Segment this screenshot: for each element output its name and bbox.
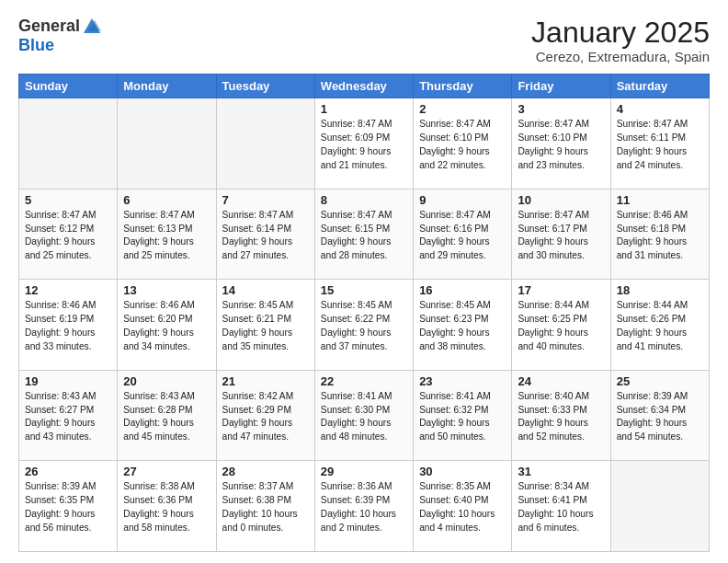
day-info: Sunrise: 8:44 AM Sunset: 6:25 PM Dayligh…	[518, 299, 604, 353]
day-number: 3	[518, 102, 604, 116]
title-block: January 2025 Cerezo, Extremadura, Spain	[531, 17, 710, 64]
day-info: Sunrise: 8:36 AM Sunset: 6:39 PM Dayligh…	[321, 480, 407, 534]
day-number: 25	[617, 374, 703, 388]
logo-general-text: General	[18, 17, 80, 36]
day-info: Sunrise: 8:42 AM Sunset: 6:29 PM Dayligh…	[222, 390, 309, 444]
day-number: 8	[321, 193, 407, 207]
day-info: Sunrise: 8:47 AM Sunset: 6:09 PM Dayligh…	[321, 118, 407, 172]
day-number: 31	[518, 465, 604, 478]
calendar-week-row: 12Sunrise: 8:46 AM Sunset: 6:19 PM Dayli…	[19, 280, 710, 371]
calendar-cell: 29Sunrise: 8:36 AM Sunset: 6:39 PM Dayli…	[314, 461, 413, 552]
calendar-cell: 30Sunrise: 8:35 AM Sunset: 6:40 PM Dayli…	[414, 461, 512, 552]
day-number: 7	[222, 193, 309, 207]
calendar-cell	[118, 98, 216, 190]
day-info: Sunrise: 8:47 AM Sunset: 6:10 PM Dayligh…	[419, 118, 506, 172]
calendar-cell: 17Sunrise: 8:44 AM Sunset: 6:25 PM Dayli…	[512, 280, 610, 371]
day-number: 22	[321, 374, 407, 388]
calendar-cell: 11Sunrise: 8:46 AM Sunset: 6:18 PM Dayli…	[610, 189, 709, 280]
day-info: Sunrise: 8:46 AM Sunset: 6:19 PM Dayligh…	[25, 299, 111, 353]
day-number: 21	[222, 374, 309, 388]
day-number: 26	[25, 465, 111, 478]
day-info: Sunrise: 8:47 AM Sunset: 6:10 PM Dayligh…	[518, 118, 604, 172]
calendar-day-header: Friday	[512, 75, 610, 98]
day-number: 11	[617, 193, 703, 207]
day-number: 27	[123, 465, 210, 478]
page: General Blue January 2025 Cerezo, Extrem…	[0, 0, 728, 563]
day-number: 20	[123, 374, 210, 388]
day-number: 1	[321, 102, 407, 116]
day-number: 4	[617, 102, 703, 116]
location: Cerezo, Extremadura, Spain	[531, 49, 710, 64]
calendar-day-header: Wednesday	[314, 75, 413, 98]
calendar-week-row: 1Sunrise: 8:47 AM Sunset: 6:09 PM Daylig…	[19, 98, 710, 190]
calendar-cell: 1Sunrise: 8:47 AM Sunset: 6:09 PM Daylig…	[314, 98, 413, 190]
calendar-cell: 2Sunrise: 8:47 AM Sunset: 6:10 PM Daylig…	[414, 98, 512, 190]
day-number: 18	[617, 283, 703, 297]
calendar-cell: 8Sunrise: 8:47 AM Sunset: 6:15 PM Daylig…	[314, 189, 413, 280]
calendar-cell: 10Sunrise: 8:47 AM Sunset: 6:17 PM Dayli…	[512, 189, 610, 280]
day-number: 15	[321, 283, 407, 297]
logo-icon	[82, 17, 102, 37]
day-info: Sunrise: 8:43 AM Sunset: 6:27 PM Dayligh…	[25, 390, 111, 444]
day-info: Sunrise: 8:38 AM Sunset: 6:36 PM Dayligh…	[123, 480, 210, 534]
calendar-cell: 5Sunrise: 8:47 AM Sunset: 6:12 PM Daylig…	[19, 189, 118, 280]
logo: General Blue	[18, 17, 102, 55]
day-info: Sunrise: 8:47 AM Sunset: 6:13 PM Dayligh…	[123, 209, 210, 263]
day-info: Sunrise: 8:41 AM Sunset: 6:30 PM Dayligh…	[321, 390, 407, 444]
day-info: Sunrise: 8:47 AM Sunset: 6:15 PM Dayligh…	[321, 209, 407, 263]
day-info: Sunrise: 8:40 AM Sunset: 6:33 PM Dayligh…	[518, 390, 604, 444]
calendar-day-header: Saturday	[610, 75, 709, 98]
calendar-cell: 20Sunrise: 8:43 AM Sunset: 6:28 PM Dayli…	[118, 370, 216, 461]
day-number: 28	[222, 465, 309, 478]
calendar-cell: 13Sunrise: 8:46 AM Sunset: 6:20 PM Dayli…	[118, 280, 216, 371]
day-info: Sunrise: 8:35 AM Sunset: 6:40 PM Dayligh…	[419, 480, 506, 534]
day-number: 10	[518, 193, 604, 207]
calendar-cell: 16Sunrise: 8:45 AM Sunset: 6:23 PM Dayli…	[414, 280, 512, 371]
calendar-cell	[610, 461, 709, 552]
calendar-cell: 3Sunrise: 8:47 AM Sunset: 6:10 PM Daylig…	[512, 98, 610, 190]
calendar-cell: 19Sunrise: 8:43 AM Sunset: 6:27 PM Dayli…	[19, 370, 118, 461]
calendar-cell: 15Sunrise: 8:45 AM Sunset: 6:22 PM Dayli…	[314, 280, 413, 371]
day-info: Sunrise: 8:41 AM Sunset: 6:32 PM Dayligh…	[419, 390, 506, 444]
calendar-table: SundayMondayTuesdayWednesdayThursdayFrid…	[18, 74, 710, 552]
day-info: Sunrise: 8:45 AM Sunset: 6:22 PM Dayligh…	[321, 299, 407, 353]
day-info: Sunrise: 8:44 AM Sunset: 6:26 PM Dayligh…	[617, 299, 703, 353]
calendar-cell: 9Sunrise: 8:47 AM Sunset: 6:16 PM Daylig…	[414, 189, 512, 280]
day-info: Sunrise: 8:45 AM Sunset: 6:23 PM Dayligh…	[419, 299, 506, 353]
calendar-cell: 6Sunrise: 8:47 AM Sunset: 6:13 PM Daylig…	[118, 189, 216, 280]
day-info: Sunrise: 8:47 AM Sunset: 6:11 PM Dayligh…	[617, 118, 703, 172]
calendar-cell: 28Sunrise: 8:37 AM Sunset: 6:38 PM Dayli…	[216, 461, 314, 552]
calendar-cell: 23Sunrise: 8:41 AM Sunset: 6:32 PM Dayli…	[414, 370, 512, 461]
day-number: 2	[419, 102, 506, 116]
day-number: 12	[25, 283, 111, 297]
day-number: 29	[321, 465, 407, 478]
day-info: Sunrise: 8:46 AM Sunset: 6:20 PM Dayligh…	[123, 299, 210, 353]
calendar-cell: 27Sunrise: 8:38 AM Sunset: 6:36 PM Dayli…	[118, 461, 216, 552]
logo-blue-text: Blue	[18, 36, 54, 54]
calendar-week-row: 5Sunrise: 8:47 AM Sunset: 6:12 PM Daylig…	[19, 189, 710, 280]
calendar-cell	[19, 98, 118, 190]
day-info: Sunrise: 8:43 AM Sunset: 6:28 PM Dayligh…	[123, 390, 210, 444]
month-title: January 2025	[531, 17, 710, 49]
calendar-cell: 24Sunrise: 8:40 AM Sunset: 6:33 PM Dayli…	[512, 370, 610, 461]
day-number: 9	[419, 193, 506, 207]
calendar-cell: 14Sunrise: 8:45 AM Sunset: 6:21 PM Dayli…	[216, 280, 314, 371]
calendar-cell: 4Sunrise: 8:47 AM Sunset: 6:11 PM Daylig…	[610, 98, 709, 190]
calendar-week-row: 26Sunrise: 8:39 AM Sunset: 6:35 PM Dayli…	[19, 461, 710, 552]
calendar-cell: 22Sunrise: 8:41 AM Sunset: 6:30 PM Dayli…	[314, 370, 413, 461]
calendar-cell	[216, 98, 314, 190]
day-number: 17	[518, 283, 604, 297]
day-info: Sunrise: 8:47 AM Sunset: 6:17 PM Dayligh…	[518, 209, 604, 263]
calendar-day-header: Monday	[118, 75, 216, 98]
day-info: Sunrise: 8:45 AM Sunset: 6:21 PM Dayligh…	[222, 299, 309, 353]
day-info: Sunrise: 8:39 AM Sunset: 6:35 PM Dayligh…	[25, 480, 111, 534]
calendar-week-row: 19Sunrise: 8:43 AM Sunset: 6:27 PM Dayli…	[19, 370, 710, 461]
calendar-cell: 12Sunrise: 8:46 AM Sunset: 6:19 PM Dayli…	[19, 280, 118, 371]
day-number: 14	[222, 283, 309, 297]
day-info: Sunrise: 8:47 AM Sunset: 6:14 PM Dayligh…	[222, 209, 309, 263]
day-info: Sunrise: 8:37 AM Sunset: 6:38 PM Dayligh…	[222, 480, 309, 534]
header: General Blue January 2025 Cerezo, Extrem…	[18, 17, 710, 64]
calendar-day-header: Sunday	[19, 75, 118, 98]
calendar-cell: 7Sunrise: 8:47 AM Sunset: 6:14 PM Daylig…	[216, 189, 314, 280]
day-info: Sunrise: 8:39 AM Sunset: 6:34 PM Dayligh…	[617, 390, 703, 444]
